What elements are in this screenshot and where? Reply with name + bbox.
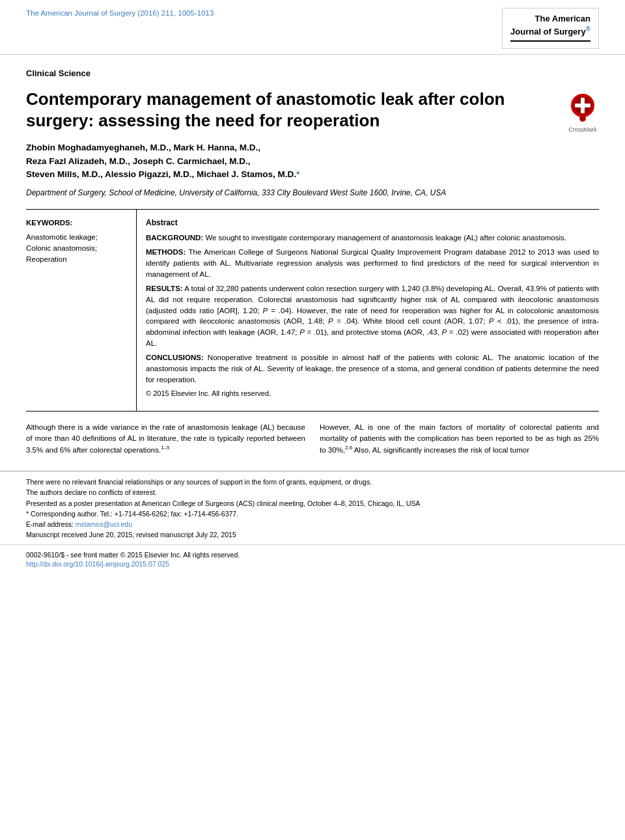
- superscript-2-6: 2,6: [345, 445, 352, 451]
- journal-citation[interactable]: The American Journal of Surgery (2016) 2…: [26, 8, 214, 18]
- affiliation: Department of Surgery, School of Medicin…: [26, 188, 599, 199]
- abstract-section: KEYWORDS: Anastomotic leakage; Colonic a…: [26, 209, 599, 412]
- abstract-conclusions: CONCLUSIONS: Nonoperative treatment is p…: [146, 352, 599, 385]
- keywords-title: KEYWORDS:: [26, 217, 127, 228]
- footer-line4: * Corresponding author. Tel.: +1-714-456…: [26, 509, 599, 519]
- keyword-2: Colonic anastomosis;: [26, 243, 127, 254]
- logo-line1: The American: [510, 14, 590, 25]
- background-text: We sought to investigate contemporary ma…: [205, 234, 566, 242]
- svg-point-5: [581, 117, 585, 120]
- copyright-line: © 2015 Elsevier Inc. All rights reserved…: [146, 389, 599, 399]
- journal-logo-box: The American Journal of Surgery®: [502, 8, 599, 49]
- logo-line2: Journal of Surgery®: [510, 25, 590, 38]
- footer-email-label: E-mail address:: [26, 520, 76, 528]
- authors: Zhobin Moghadamyeghaneh, M.D., Mark H. H…: [26, 141, 599, 181]
- footer-line1: There were no relevant financial relatio…: [26, 477, 599, 487]
- section-label: Clinical Science: [26, 68, 599, 79]
- crossmark-box: CrossMark: [566, 91, 599, 134]
- body-left-text: Although there is a wide variance in the…: [26, 422, 305, 455]
- conclusions-text: Nonoperative treatment is possible in al…: [146, 354, 599, 383]
- body-left-col: Although there is a wide variance in the…: [26, 422, 305, 455]
- bottom-copyright: 0002-9610/$ - see front matter © 2015 El…: [26, 550, 599, 560]
- doi-link[interactable]: http://dx.doi.org/10.1016/j.amjsurg.2015…: [26, 560, 169, 568]
- footer-line3: Presented as a poster presentation at Am…: [26, 498, 599, 509]
- footer-section: There were no relevant financial relatio…: [0, 471, 625, 544]
- methods-text: The American College of Surgeons Nationa…: [146, 248, 599, 277]
- main-content: Clinical Science Contemporary management…: [0, 55, 625, 462]
- article-title: Contemporary management of anastomotic l…: [26, 89, 521, 131]
- crossmark-label: CrossMark: [568, 126, 597, 134]
- bottom-bar: 0002-9610/$ - see front matter © 2015 El…: [0, 544, 625, 574]
- background-label: BACKGROUND:: [146, 234, 203, 242]
- svg-rect-3: [575, 104, 590, 107]
- footer-text: There were no relevant financial relatio…: [26, 477, 599, 540]
- keyword-1: Anastomotic leakage;: [26, 232, 127, 243]
- keywords-col: KEYWORDS: Anastomotic leakage; Colonic a…: [26, 210, 137, 411]
- body-right-col: However, AL is one of the main factors o…: [320, 422, 599, 455]
- footer-email-link[interactable]: mstamos@uci.edu: [76, 520, 132, 528]
- results-text: A total of 32,280 patients underwent col…: [146, 285, 599, 346]
- superscript-1-5: 1–5: [161, 445, 169, 451]
- page-wrapper: The American Journal of Surgery (2016) 2…: [0, 0, 625, 574]
- corresponding-asterisk: *: [296, 169, 299, 179]
- crossmark-icon: [566, 91, 599, 124]
- conclusions-label: CONCLUSIONS:: [146, 354, 204, 361]
- abstract-methods: METHODS: The American College of Surgeon…: [146, 247, 599, 279]
- title-row: Contemporary management of anastomotic l…: [26, 89, 599, 141]
- abstract-background: BACKGROUND: We sought to investigate con…: [146, 232, 599, 244]
- footer-email-row: E-mail address: mstamos@uci.edu: [26, 519, 599, 529]
- keywords-list: Anastomotic leakage; Colonic anastomosis…: [26, 232, 127, 266]
- abstract-heading: Abstract: [146, 217, 599, 229]
- abstract-col: Abstract BACKGROUND: We sought to invest…: [146, 210, 599, 411]
- results-label: RESULTS:: [146, 285, 183, 292]
- body-right-text: However, AL is one of the main factors o…: [320, 422, 599, 455]
- keyword-3: Reoperation: [26, 254, 127, 265]
- abstract-body: BACKGROUND: We sought to investigate con…: [146, 232, 599, 400]
- footer-line2: The authors declare no conflicts of inte…: [26, 487, 599, 497]
- top-bar: The American Journal of Surgery (2016) 2…: [0, 0, 625, 55]
- body-columns: Although there is a wide variance in the…: [26, 422, 599, 455]
- abstract-results: RESULTS: A total of 32,280 patients unde…: [146, 283, 599, 348]
- methods-label: METHODS:: [146, 248, 186, 256]
- footer-line5: Manuscript received June 20, 2015; revis…: [26, 529, 599, 540]
